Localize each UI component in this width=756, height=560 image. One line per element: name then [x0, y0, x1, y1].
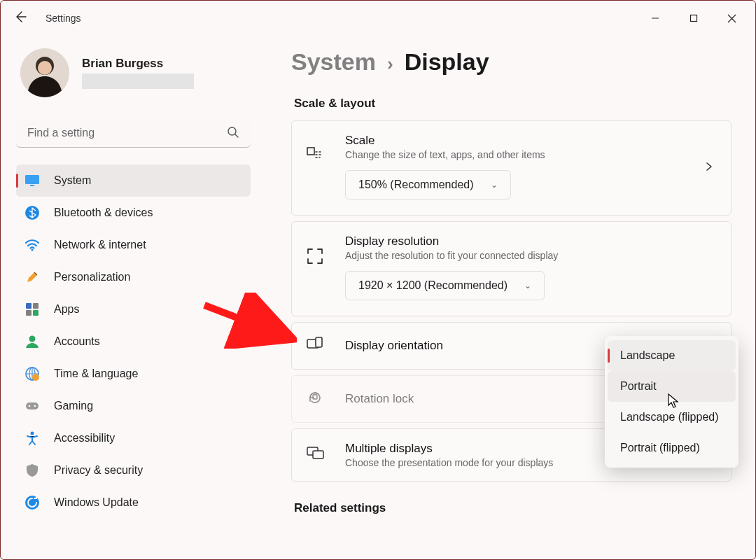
monitor-icon — [24, 173, 40, 188]
scale-select-value: 150% (Recommended) — [358, 178, 474, 191]
user-name: Brian Burgess — [82, 57, 194, 71]
svg-rect-11 — [26, 310, 31, 316]
sidebar-item-accounts[interactable]: Accounts — [16, 326, 251, 358]
svg-rect-17 — [26, 402, 38, 410]
sidebar-item-time-language[interactable]: Time & language — [16, 358, 251, 390]
clock-globe-icon — [24, 366, 40, 382]
svg-rect-6 — [30, 185, 34, 186]
back-icon[interactable] — [13, 10, 27, 27]
resolution-select-value: 1920 × 1200 (Recommended) — [358, 279, 507, 292]
app-title: Settings — [46, 13, 81, 24]
orientation-dropdown: Landscape Portrait Landscape (flipped) P… — [605, 336, 738, 468]
svg-point-3 — [38, 61, 52, 75]
svg-point-20 — [31, 432, 34, 435]
card-scale[interactable]: Scale Change the size of text, apps, and… — [291, 120, 732, 216]
sidebar-item-label: Accounts — [54, 335, 100, 348]
person-icon — [24, 334, 40, 349]
sidebar-item-system[interactable]: System — [16, 164, 251, 197]
scale-icon — [306, 146, 326, 167]
update-icon — [24, 495, 40, 510]
card-body: Display resolution Adjust the resolution… — [345, 234, 717, 300]
breadcrumb: System › Display — [291, 48, 732, 76]
svg-point-16 — [32, 374, 39, 381]
paintbrush-icon — [24, 270, 40, 285]
sidebar-item-label: Privacy & security — [54, 464, 143, 477]
orientation-option-portrait-flipped[interactable]: Portrait (flipped) — [608, 433, 736, 463]
maximize-button[interactable] — [674, 4, 713, 32]
chevron-down-icon: ⌄ — [491, 180, 498, 190]
search-input[interactable] — [16, 118, 251, 148]
user-profile[interactable]: Brian Burgess — [16, 48, 251, 97]
sidebar-item-label: Apps — [54, 303, 79, 316]
orientation-option-landscape[interactable]: Landscape — [608, 340, 736, 371]
search-icon — [227, 126, 239, 141]
chevron-down-icon: ⌄ — [524, 281, 531, 290]
sidebar-item-label: Windows Update — [54, 496, 139, 509]
shield-icon — [24, 463, 40, 478]
sidebar-item-apps[interactable]: Apps — [16, 293, 251, 326]
main-content: System › Display Scale & layout Scale Ch… — [270, 36, 755, 559]
svg-rect-27 — [313, 451, 323, 458]
svg-point-8 — [31, 249, 34, 251]
svg-point-13 — [29, 336, 36, 342]
gamepad-icon — [24, 398, 40, 414]
card-body: Scale Change the size of text, apps, and… — [345, 134, 717, 200]
svg-rect-10 — [33, 303, 38, 309]
svg-rect-0 — [690, 15, 696, 22]
multiple-displays-icon — [306, 444, 326, 465]
page-title: Display — [405, 48, 489, 76]
sidebar-item-label: System — [54, 174, 91, 187]
card-title: Scale — [345, 134, 717, 148]
svg-point-21 — [25, 496, 39, 510]
chevron-right-icon[interactable] — [704, 162, 714, 174]
apps-icon — [24, 302, 40, 317]
nav-list: System Bluetooth & devices Network & int… — [16, 164, 251, 519]
breadcrumb-parent[interactable]: System — [291, 48, 376, 76]
bluetooth-icon — [24, 205, 40, 220]
rotation-lock-icon — [306, 388, 326, 410]
resolution-select[interactable]: 1920 × 1200 (Recommended) ⌄ — [345, 271, 545, 300]
sidebar-item-network[interactable]: Network & internet — [16, 229, 251, 261]
svg-rect-5 — [25, 175, 39, 184]
sidebar-item-label: Gaming — [54, 400, 93, 412]
svg-rect-9 — [26, 303, 31, 309]
chevron-right-icon: › — [387, 53, 393, 75]
section-heading-related: Related settings — [294, 501, 732, 515]
window-controls — [636, 4, 751, 32]
svg-rect-24 — [316, 337, 322, 347]
svg-rect-25 — [313, 395, 317, 399]
orientation-option-landscape-flipped[interactable]: Landscape (flipped) — [608, 402, 736, 433]
accessibility-icon — [24, 430, 40, 446]
sidebar: Brian Burgess System Bluetooth & devices… — [1, 36, 270, 559]
svg-rect-12 — [33, 310, 38, 316]
close-button[interactable] — [713, 4, 751, 32]
sidebar-item-label: Personalization — [54, 271, 130, 284]
sidebar-item-personalization[interactable]: Personalization — [16, 261, 251, 293]
section-heading-scale-layout: Scale & layout — [294, 97, 732, 111]
svg-point-19 — [34, 405, 36, 407]
sidebar-item-label: Bluetooth & devices — [54, 206, 153, 219]
sidebar-item-gaming[interactable]: Gaming — [16, 390, 251, 422]
sidebar-item-label: Time & language — [54, 368, 138, 380]
sidebar-item-update[interactable]: Windows Update — [16, 486, 251, 519]
sidebar-item-bluetooth[interactable]: Bluetooth & devices — [16, 197, 251, 229]
orientation-option-portrait[interactable]: Portrait — [608, 371, 736, 402]
svg-rect-22 — [307, 148, 314, 155]
card-title: Display resolution — [345, 234, 717, 248]
search-box[interactable] — [16, 118, 251, 148]
svg-point-18 — [29, 405, 31, 407]
resolution-icon — [306, 247, 326, 268]
card-subtitle: Change the size of text, apps, and other… — [345, 149, 717, 160]
orientation-icon — [306, 335, 326, 356]
card-subtitle: Adjust the resolution to fit your connec… — [345, 250, 717, 261]
wifi-icon — [24, 237, 40, 253]
card-resolution: Display resolution Adjust the resolution… — [291, 221, 732, 316]
scale-select[interactable]: 150% (Recommended) ⌄ — [345, 170, 511, 200]
minimize-button[interactable] — [636, 4, 674, 32]
user-email-placeholder — [82, 74, 194, 89]
sidebar-item-accessibility[interactable]: Accessibility — [16, 422, 251, 454]
avatar — [20, 48, 69, 97]
svg-point-4 — [228, 127, 236, 135]
sidebar-item-label: Accessibility — [54, 432, 115, 444]
sidebar-item-privacy[interactable]: Privacy & security — [16, 454, 251, 486]
